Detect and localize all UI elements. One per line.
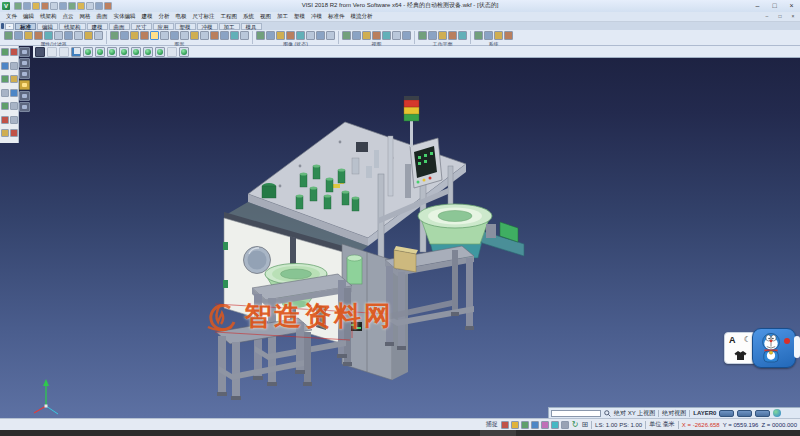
ime-language-label[interactable]: A	[729, 335, 736, 345]
layer-indicator[interactable]: LAYER0	[693, 410, 716, 416]
close-button[interactable]: ×	[785, 1, 798, 10]
menu-item-view[interactable]: 视图	[257, 13, 274, 20]
tab-machining[interactable]: 加工	[219, 23, 240, 30]
toolbar-icon[interactable]	[170, 31, 179, 40]
toolbar-icon[interactable]	[438, 31, 447, 40]
tab-edit[interactable]: 编辑	[37, 23, 58, 30]
menu-item-drawing[interactable]: 工程图	[218, 13, 241, 20]
view-zoom-icon[interactable]	[155, 47, 165, 57]
menu-item-die[interactable]: 冲模	[308, 13, 325, 20]
state-button[interactable]	[719, 410, 734, 417]
graphics-viewport[interactable]: 智造资料网 A ☾	[0, 46, 800, 418]
toolbar-icon[interactable]	[352, 31, 361, 40]
ime-widget[interactable]: A ☾	[724, 326, 798, 370]
save-as-icon[interactable]	[41, 2, 49, 10]
toolbar-icon[interactable]	[296, 31, 305, 40]
snap-icon[interactable]	[551, 421, 559, 429]
maximize-button[interactable]: □	[768, 1, 781, 10]
toolbar-icon[interactable]	[4, 31, 13, 40]
toolbar-icon[interactable]	[94, 31, 103, 40]
tool-icon[interactable]	[10, 48, 18, 56]
tool-icon[interactable]	[10, 116, 18, 124]
command-input[interactable]	[551, 410, 601, 417]
print-icon[interactable]	[50, 2, 58, 10]
menu-item-edit[interactable]: 编辑	[20, 13, 37, 20]
toolbar-icon-active[interactable]	[150, 31, 159, 40]
save-icon[interactable]	[32, 2, 40, 10]
tab-modeling[interactable]: 建模	[87, 23, 108, 30]
tool-icon[interactable]	[1, 116, 9, 124]
toolbar-icon[interactable]	[316, 31, 325, 40]
tab-dimension[interactable]: 尺寸	[131, 23, 152, 30]
view-rotate-icon[interactable]	[131, 47, 141, 57]
toolbar-icon[interactable]	[448, 31, 457, 40]
toolbar-icon[interactable]	[458, 31, 467, 40]
toolbar-icon[interactable]	[484, 31, 493, 40]
tab-wireframe[interactable]: 线架构	[59, 23, 86, 30]
strip-button[interactable]	[19, 102, 30, 112]
import-icon[interactable]	[59, 2, 67, 10]
view-side-icon[interactable]	[107, 47, 117, 57]
undo-icon[interactable]	[77, 2, 85, 10]
menu-item-file[interactable]: 文件	[3, 13, 20, 20]
tab-application[interactable]: 应用	[153, 23, 174, 30]
grid-display-icon[interactable]	[35, 47, 45, 57]
redo-icon[interactable]	[86, 2, 94, 10]
tool-icon[interactable]	[10, 102, 18, 110]
minimize-button[interactable]: –	[751, 1, 764, 10]
strip-button-active[interactable]	[19, 80, 30, 90]
toolbar-icon[interactable]	[47, 47, 57, 57]
toolbar-icon[interactable]	[402, 31, 411, 40]
tool-icon[interactable]	[1, 129, 9, 137]
grid-snap-icon[interactable]: ⊞	[581, 421, 588, 429]
menu-item-electrode[interactable]: 电极	[173, 13, 190, 20]
toolbar-icon[interactable]	[84, 31, 93, 40]
tab-standard[interactable]: 标准	[15, 23, 36, 30]
toolbar-icon[interactable]	[392, 31, 401, 40]
menu-item-system[interactable]: 系统	[240, 13, 257, 20]
ime-moon-icon[interactable]: ☾	[744, 335, 751, 344]
toolbar-icon[interactable]	[276, 31, 285, 40]
qat-dropdown-icon[interactable]	[104, 2, 112, 10]
menu-item-flow-analysis[interactable]: 模流分析	[348, 13, 376, 20]
menu-item-mesh[interactable]: 网格	[77, 13, 94, 20]
toolbar-icon[interactable]	[167, 47, 177, 57]
view-pan-icon[interactable]	[143, 47, 153, 57]
magnifier-icon[interactable]	[604, 410, 611, 417]
state-button[interactable]	[755, 410, 770, 417]
toolbar-icon[interactable]	[362, 31, 371, 40]
toolbar-icon[interactable]	[326, 31, 335, 40]
snap-icon[interactable]	[521, 421, 529, 429]
toolbar-icon[interactable]	[382, 31, 391, 40]
toolbar-icon[interactable]	[230, 31, 239, 40]
toolbar-drag-handle[interactable]	[1, 23, 4, 29]
toolbar-icon[interactable]	[266, 31, 275, 40]
menu-item-solid-edit[interactable]: 实体编辑	[111, 13, 139, 20]
view-shade-icon[interactable]	[179, 47, 189, 57]
menu-item-pointcloud[interactable]: 点云	[60, 13, 77, 20]
state-button[interactable]	[737, 410, 752, 417]
toolbar-icon[interactable]	[44, 31, 53, 40]
ime-skin-icon[interactable]	[734, 350, 747, 361]
new-file-icon[interactable]	[14, 2, 22, 10]
tool-icon[interactable]	[10, 62, 18, 70]
strip-button[interactable]	[19, 58, 30, 68]
toolbar-icon[interactable]	[180, 31, 189, 40]
tool-icon[interactable]	[1, 102, 9, 110]
toolbar-icon[interactable]	[286, 31, 295, 40]
toolbar-icon[interactable]	[428, 31, 437, 40]
view-iso-icon[interactable]	[119, 47, 129, 57]
toolbar-icon[interactable]	[120, 31, 129, 40]
toolbar-icon[interactable]	[418, 31, 427, 40]
workplane-indicator[interactable]: 绝对 XY 上视图	[614, 409, 655, 418]
tool-icon[interactable]	[10, 129, 18, 137]
open-file-icon[interactable]	[23, 2, 31, 10]
toolbar-icon[interactable]	[372, 31, 381, 40]
menu-item-modeling[interactable]: 建模	[139, 13, 156, 20]
tab-surface[interactable]: 曲面	[109, 23, 130, 30]
toolbar-icon[interactable]	[59, 47, 69, 57]
tab-mould[interactable]: 塑模	[175, 23, 196, 30]
view-mode-indicator[interactable]: 绝对视图	[662, 409, 686, 418]
snap-icon[interactable]	[501, 421, 509, 429]
toolbar-icon[interactable]	[130, 31, 139, 40]
